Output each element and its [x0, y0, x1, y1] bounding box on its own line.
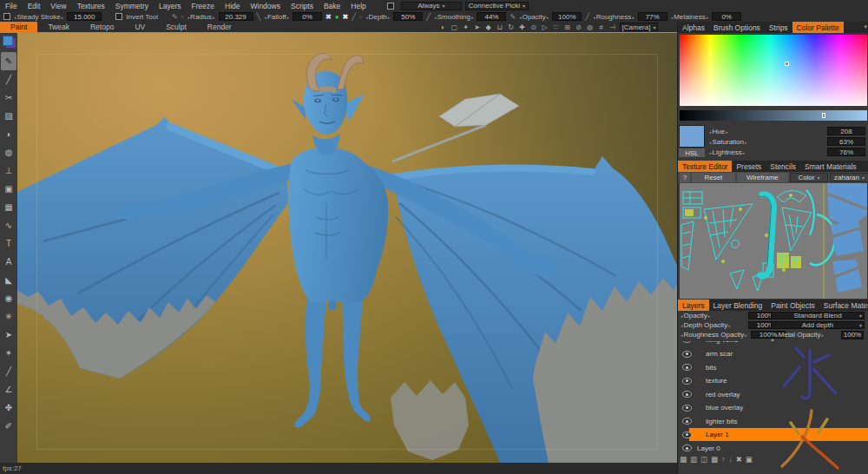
tab-alphas[interactable]: Alphas	[678, 22, 709, 33]
contrast-icon[interactable]: ◐	[438, 23, 448, 31]
falloff-value[interactable]: 0%	[293, 12, 322, 21]
pan-view-icon[interactable]: ✚	[517, 23, 527, 31]
radius-label[interactable]: Radius	[187, 13, 215, 21]
clear-white-icon[interactable]: ✖	[343, 13, 349, 21]
menu-textures[interactable]: Textures	[72, 2, 110, 10]
depth-mode-dropdown[interactable]: Add depth ▾	[771, 321, 865, 329]
pick-cursor-icon[interactable]: ➤	[472, 23, 482, 31]
tab-texture-editor[interactable]: Texture Editor	[678, 161, 732, 172]
uv-texture-view[interactable]	[680, 183, 867, 299]
menu-scripts[interactable]: Scripts	[286, 2, 319, 10]
shield-icon[interactable]: ◍	[585, 23, 595, 31]
lightness-slider[interactable]	[680, 110, 867, 121]
move-layer-up-icon[interactable]: ↑	[721, 455, 725, 464]
pen-pressure-icon[interactable]: ✎	[172, 13, 178, 21]
hue-label[interactable]: Hue	[709, 128, 728, 135]
tool-text[interactable]: T	[1, 234, 16, 253]
tab-layers[interactable]: Layers	[678, 300, 709, 311]
layer-row-red-overlay[interactable]: red overlay	[678, 388, 868, 402]
visibility-eye-icon[interactable]	[682, 405, 692, 411]
play-icon[interactable]: ▷	[540, 23, 549, 31]
lightness-value[interactable]: 76%	[827, 148, 865, 156]
tool-symmetry-butterfly[interactable]: ✤	[1, 398, 16, 417]
steady-stroke-value[interactable]: 15.000	[67, 12, 102, 21]
opacity-value[interactable]: 100%	[552, 12, 582, 21]
tool-wedge[interactable]: ◣	[1, 271, 16, 289]
steady-stroke-checkbox[interactable]	[3, 13, 10, 20]
channel-dropdown[interactable]: Color ▾	[790, 173, 828, 182]
tool-smudge[interactable]: ◗	[1, 125, 16, 143]
camera-dropdown[interactable]: [Camera] ▾	[620, 23, 658, 31]
color-swatch-tool[interactable]	[1, 34, 16, 52]
new-layer-icon[interactable]: ▦	[680, 455, 687, 464]
visibility-eye-icon[interactable]	[682, 341, 692, 343]
tool-spline[interactable]: ∿	[1, 216, 16, 234]
depth-value[interactable]: 50%	[393, 12, 423, 21]
snap-corners-icon[interactable]: ∷	[551, 23, 561, 31]
pick-checkbox[interactable]	[387, 3, 394, 10]
tab-brush-options[interactable]: Brush Options	[709, 22, 765, 33]
tool-gear[interactable]: ✳	[1, 307, 16, 326]
menu-freeze[interactable]: Freeze	[187, 2, 220, 10]
tab-presets[interactable]: Presets	[732, 161, 766, 172]
tool-image-stencil[interactable]: ▣	[1, 180, 16, 198]
color-gradient-picker[interactable]	[680, 35, 867, 106]
tab-sculpt[interactable]: Sculpt	[155, 22, 197, 32]
invert-tool-checkbox[interactable]	[115, 13, 122, 20]
lock-icon[interactable]: ▫	[181, 13, 184, 21]
tool-magic-wand[interactable]: ✶	[1, 344, 16, 362]
menu-symmetry[interactable]: Symmetry	[110, 2, 154, 10]
menu-help[interactable]: Help	[345, 2, 371, 10]
menu-layers[interactable]: Layers	[154, 2, 187, 10]
light-icon[interactable]: ✦	[461, 23, 470, 31]
tool-pen[interactable]: ✐	[1, 417, 16, 435]
saturation-value[interactable]: 63%	[827, 137, 865, 146]
lock-icon[interactable]: ▫	[359, 13, 362, 21]
tab-stencils[interactable]: Stencils	[766, 161, 800, 172]
panel-menu-icon[interactable]: ▾	[864, 23, 867, 30]
tab-paint-objects[interactable]: Paint Objects	[766, 300, 819, 311]
tab-retopo[interactable]: Retopo	[80, 22, 124, 32]
lightness-label[interactable]: Lightness	[709, 148, 745, 156]
pressure-slash-icon[interactable]: ╱	[352, 13, 356, 21]
falloff-label[interactable]: Falloff	[264, 13, 289, 21]
pen-pressure-icon[interactable]: ✎	[510, 13, 516, 21]
layer-row-wing-veins[interactable]: wing veins	[678, 341, 868, 347]
steady-stroke-label[interactable]: Steady Stroke	[14, 13, 63, 21]
layer-row-texture[interactable]: texture	[678, 374, 868, 388]
color-picker-cursor[interactable]	[785, 62, 789, 66]
background-icon[interactable]: ▢	[450, 23, 459, 31]
visibility-eye-icon[interactable]	[682, 431, 692, 438]
visibility-eye-icon[interactable]	[682, 378, 692, 385]
zoom-view-icon[interactable]: ⊙	[529, 23, 538, 31]
tab-render[interactable]: Render	[197, 22, 242, 32]
layer-opacity-label[interactable]: Opacity	[681, 312, 710, 319]
tool-clone[interactable]: ▦	[1, 198, 16, 216]
roughness-value[interactable]: 77%	[638, 12, 667, 21]
metal-opacity-label[interactable]: Metal Opacity	[775, 331, 824, 339]
pick-mode-dropdown[interactable]: Connective Picki ▾	[465, 2, 529, 10]
tool-eye-preview[interactable]: ◉	[1, 289, 16, 307]
material-dropdown[interactable]: zaharan ▾	[830, 173, 868, 182]
tab-tweak[interactable]: Tweak	[37, 22, 80, 32]
pressure-slash-icon[interactable]: ╱	[585, 13, 589, 21]
bucket-icon[interactable]: ⊔	[495, 23, 504, 31]
pen-icon[interactable]: ╲	[257, 13, 261, 21]
tool-stamp[interactable]: ⊥	[1, 161, 16, 180]
tool-eraser[interactable]: ▨	[1, 107, 16, 125]
viewport-3d[interactable]	[17, 33, 677, 463]
tool-brush[interactable]: ✎	[1, 52, 16, 70]
hide-icon[interactable]: ⊘	[574, 23, 583, 31]
droplet-icon[interactable]: ◆	[483, 23, 493, 31]
always-dropdown[interactable]: Always ▾	[401, 2, 462, 10]
hsl-mode-button[interactable]: HSL	[679, 148, 705, 157]
tool-pointer[interactable]: ➤	[1, 326, 16, 344]
tool-ramp[interactable]: ∠	[1, 380, 16, 398]
duplicate-layer-icon[interactable]: ▩	[711, 455, 718, 464]
reset-button[interactable]: Reset	[692, 173, 735, 182]
tool-cutoff[interactable]: ✂	[1, 89, 16, 107]
tab-layer-blending[interactable]: Layer Blending	[709, 300, 767, 311]
wireframe-button[interactable]: Wireframe	[737, 173, 788, 182]
tool-fill[interactable]: ◍	[1, 143, 16, 161]
tab-surface-materials[interactable]: Surface Materials	[819, 300, 868, 311]
